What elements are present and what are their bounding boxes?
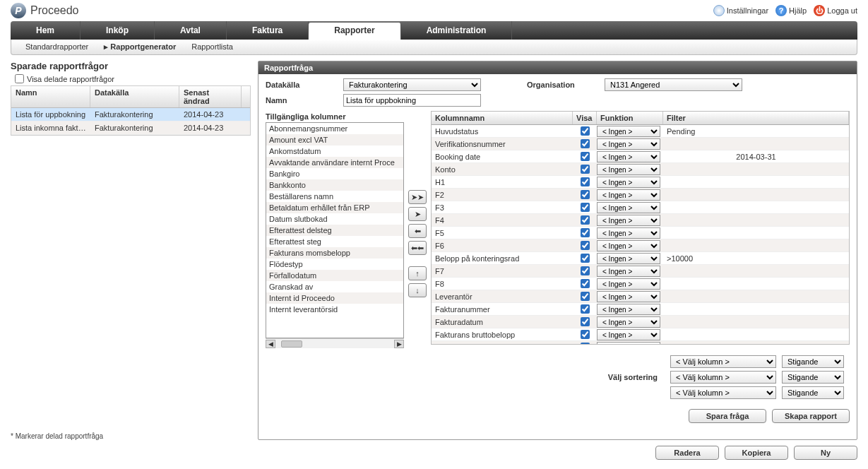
scroll-right-icon[interactable]: ▶ — [394, 340, 404, 348]
available-column-item[interactable]: Abonnemangsnummer — [266, 123, 403, 134]
available-columns-list[interactable]: AbonnemangsnummerAmount excl VATAnkomstd… — [266, 122, 404, 338]
visa-checkbox[interactable] — [581, 304, 590, 314]
visa-checkbox[interactable] — [581, 254, 590, 263]
visa-checkbox[interactable] — [581, 279, 590, 288]
selected-column-row[interactable]: H1< Ingen > — [432, 176, 849, 189]
selected-column-row[interactable]: Verifikationsnummer< Ingen > — [432, 138, 849, 150]
function-select[interactable]: < Ingen > — [597, 240, 660, 251]
function-select[interactable]: < Ingen > — [597, 253, 660, 264]
visa-checkbox[interactable] — [581, 266, 590, 275]
nav-rapporter[interactable]: Rapporter — [309, 23, 400, 40]
function-select[interactable]: < Ingen > — [597, 202, 660, 213]
visa-checkbox[interactable] — [581, 177, 590, 186]
available-column-item[interactable]: Amount excl VAT — [266, 134, 403, 146]
available-column-item[interactable]: Fakturans momsbelopp — [266, 247, 403, 259]
settings-link[interactable]: Inställningar — [713, 5, 768, 16]
delete-button[interactable]: Radera — [655, 446, 719, 460]
sel-col-visa[interactable]: Visa — [573, 112, 597, 124]
function-select[interactable]: < Ingen > — [597, 126, 660, 137]
nav-hem[interactable]: Hem — [11, 21, 81, 40]
function-select[interactable]: < Ingen > — [597, 329, 660, 340]
sort-dir-3[interactable]: Stigande — [782, 386, 844, 399]
available-column-item[interactable]: Beställarens namn — [266, 191, 403, 202]
hscroll-bar[interactable]: ◀▶ — [266, 338, 404, 348]
visa-checkbox[interactable] — [581, 203, 590, 212]
visa-checkbox[interactable] — [581, 241, 590, 250]
function-select[interactable]: < Ingen > — [597, 138, 660, 150]
visa-checkbox[interactable] — [581, 165, 590, 174]
function-select[interactable]: < Ingen > — [597, 177, 660, 188]
selected-column-row[interactable]: Fakturadatum< Ingen > — [432, 316, 849, 328]
nav-avtal[interactable]: Avtal — [155, 21, 227, 40]
visa-checkbox[interactable] — [581, 343, 590, 344]
available-column-item[interactable]: Bankkonto — [266, 179, 403, 191]
available-column-item[interactable]: Internt leverantörsid — [266, 304, 403, 315]
selected-column-row[interactable]: Belopp på konteringsrad< Ingen >>10000 — [432, 252, 849, 265]
filter-cell[interactable]: >10000 — [663, 254, 849, 263]
available-column-item[interactable]: Granskad av — [266, 281, 403, 292]
selected-column-row[interactable]: F4< Ingen > — [432, 214, 849, 227]
function-select[interactable]: < Ingen > — [597, 227, 660, 239]
visa-checkbox[interactable] — [581, 317, 590, 326]
selected-column-row[interactable]: Konto< Ingen > — [432, 163, 849, 176]
sort-col-2[interactable]: < Välj kolumn > — [670, 371, 776, 384]
selected-column-row[interactable]: Fakturans bruttobelopp< Ingen > — [432, 328, 849, 341]
selected-column-row[interactable]: F7< Ingen > — [432, 265, 849, 278]
selected-column-row[interactable]: Huvudstatus< Ingen >Pending — [432, 125, 849, 138]
available-column-item[interactable]: Internt id Proceedo — [266, 292, 403, 304]
function-select[interactable]: < Ingen > — [597, 304, 660, 315]
selected-columns-body[interactable]: Huvudstatus< Ingen >PendingVerifikations… — [432, 125, 849, 344]
function-select[interactable]: < Ingen > — [597, 266, 660, 277]
new-button[interactable]: Ny — [794, 446, 857, 460]
available-column-item[interactable]: Efterattest delsteg — [266, 225, 403, 236]
col-header-name[interactable]: Namn — [11, 86, 90, 107]
available-column-item[interactable]: Datum slutbokad — [266, 213, 403, 225]
col-header-datasource[interactable]: Datakälla — [90, 86, 179, 107]
add-button[interactable]: ➤ — [408, 207, 427, 221]
selected-column-row[interactable]: F6< Ingen > — [432, 239, 849, 252]
function-select[interactable]: < Ingen > — [597, 215, 660, 226]
subnav-rapportgenerator[interactable]: ▸ Rapportgenerator — [104, 42, 176, 52]
sort-dir-1[interactable]: Stigande — [782, 355, 844, 368]
available-column-item[interactable]: Efterattest steg — [266, 236, 403, 247]
help-link[interactable]: ?Hjälp — [775, 5, 807, 16]
available-column-item[interactable]: Flödestyp — [266, 259, 403, 270]
selected-column-row[interactable]: F5< Ingen > — [432, 227, 849, 239]
sel-col-filter[interactable]: Filter — [663, 112, 849, 124]
visa-checkbox[interactable] — [581, 152, 590, 161]
selected-column-row[interactable]: Avvaktande användare< Ingen > — [432, 341, 849, 344]
function-select[interactable]: < Ingen > — [597, 164, 660, 175]
filter-cell[interactable]: Pending — [663, 127, 849, 136]
copy-button[interactable]: Kopiera — [725, 446, 788, 460]
visa-checkbox[interactable] — [581, 190, 590, 199]
remove-all-button[interactable]: ⬅⬅ — [408, 241, 427, 255]
nav-inköp[interactable]: Inköp — [81, 21, 155, 40]
move-down-button[interactable]: ↓ — [408, 283, 427, 297]
datasource-select[interactable]: Fakturakontering — [343, 78, 481, 91]
visa-checkbox[interactable] — [581, 330, 590, 339]
organisation-select[interactable]: N131 Angered — [605, 78, 742, 91]
subnav-standardrapporter[interactable]: Standardrapporter — [25, 42, 88, 52]
logout-link[interactable]: ⏻Logga ut — [814, 5, 857, 16]
selected-column-row[interactable]: F3< Ingen > — [432, 201, 849, 214]
function-select[interactable]: < Ingen > — [597, 342, 660, 345]
nav-faktura[interactable]: Faktura — [227, 21, 309, 40]
subnav-rapportlista[interactable]: Rapportlista — [191, 42, 233, 52]
function-select[interactable]: < Ingen > — [597, 189, 660, 201]
available-column-item[interactable]: Betaldatum erhållet från ERP — [266, 202, 403, 213]
saved-query-row[interactable]: Lista för uppbokningFakturakontering2014… — [11, 108, 250, 121]
nav-administration[interactable]: Administration — [401, 21, 513, 40]
sort-col-3[interactable]: < Välj kolumn > — [670, 386, 776, 399]
function-select[interactable]: < Ingen > — [597, 291, 660, 302]
visa-checkbox[interactable] — [581, 228, 590, 237]
available-column-item[interactable]: Ankomstdatum — [266, 146, 403, 157]
sel-col-name[interactable]: Kolumnnamn — [432, 112, 573, 124]
remove-button[interactable]: ⬅ — [408, 224, 427, 238]
selected-column-row[interactable]: F2< Ingen > — [432, 189, 849, 201]
selected-column-row[interactable]: Booking date< Ingen >2014-03-31 — [432, 150, 849, 163]
col-header-date[interactable]: Senast ändrad — [179, 86, 242, 107]
visa-checkbox[interactable] — [581, 292, 590, 301]
scroll-left-icon[interactable]: ◀ — [266, 340, 275, 348]
visa-checkbox[interactable] — [581, 139, 590, 148]
filter-cell[interactable]: 2014-03-31 — [663, 153, 849, 161]
